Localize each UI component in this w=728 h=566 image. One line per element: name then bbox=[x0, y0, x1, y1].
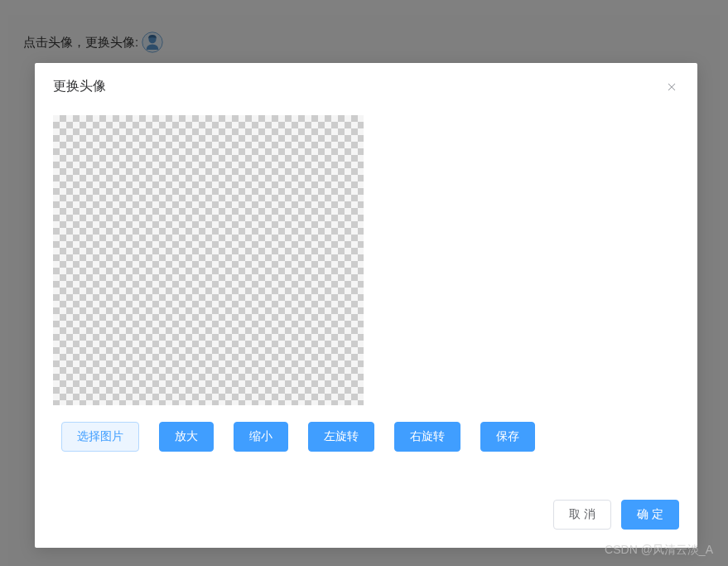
close-button[interactable] bbox=[664, 80, 679, 94]
change-avatar-dialog: 更换头像 选择图片 放大 缩小 左旋转 右旋转 保存 取 消 确 定 bbox=[35, 63, 697, 548]
dialog-header: 更换头像 bbox=[35, 63, 697, 107]
select-image-button[interactable]: 选择图片 bbox=[61, 422, 139, 452]
rotate-left-button[interactable]: 左旋转 bbox=[308, 422, 374, 452]
rotate-right-button[interactable]: 右旋转 bbox=[394, 422, 460, 452]
zoom-in-button[interactable]: 放大 bbox=[159, 422, 214, 452]
image-crop-canvas[interactable] bbox=[53, 115, 364, 405]
dialog-title: 更换头像 bbox=[53, 78, 106, 95]
dialog-footer: 取 消 确 定 bbox=[35, 490, 697, 548]
confirm-button[interactable]: 确 定 bbox=[621, 500, 679, 530]
close-icon bbox=[666, 81, 677, 93]
dialog-body: 选择图片 放大 缩小 左旋转 右旋转 保存 bbox=[35, 107, 697, 490]
save-button[interactable]: 保存 bbox=[480, 422, 535, 452]
toolbar: 选择图片 放大 缩小 左旋转 右旋转 保存 bbox=[53, 422, 679, 452]
zoom-out-button[interactable]: 缩小 bbox=[234, 422, 288, 452]
cancel-button[interactable]: 取 消 bbox=[553, 500, 611, 530]
